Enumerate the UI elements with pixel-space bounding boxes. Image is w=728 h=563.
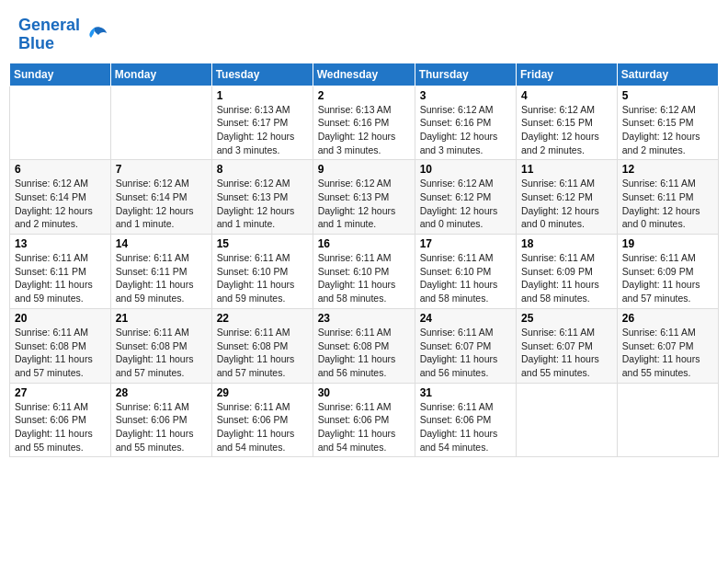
cell-info: Sunrise: 6:11 AMSunset: 6:10 PMDaylight:…: [217, 251, 308, 305]
day-number: 2: [318, 89, 410, 102]
calendar-cell: 30Sunrise: 6:11 AMSunset: 6:06 PMDayligh…: [313, 383, 415, 457]
calendar-cell: 31Sunrise: 6:11 AMSunset: 6:06 PMDayligh…: [415, 383, 516, 457]
cell-info: Sunrise: 6:11 AMSunset: 6:06 PMDaylight:…: [116, 400, 207, 454]
cell-info: Sunrise: 6:11 AMSunset: 6:09 PMDaylight:…: [622, 251, 713, 305]
cell-info: Sunrise: 6:11 AMSunset: 6:11 PMDaylight:…: [622, 177, 713, 231]
calendar-cell: 4Sunrise: 6:12 AMSunset: 6:15 PMDaylight…: [517, 86, 618, 160]
day-number: 6: [15, 163, 106, 176]
calendar-cell: 16Sunrise: 6:11 AMSunset: 6:10 PMDayligh…: [313, 235, 415, 309]
day-number: 15: [217, 237, 308, 250]
calendar-cell: 19Sunrise: 6:11 AMSunset: 6:09 PMDayligh…: [617, 235, 718, 309]
day-number: 10: [420, 163, 511, 176]
calendar-cell: [517, 383, 618, 457]
day-number: 9: [318, 163, 410, 176]
cell-info: Sunrise: 6:13 AMSunset: 6:17 PMDaylight:…: [217, 103, 308, 157]
day-number: 17: [420, 237, 511, 250]
calendar-cell: 5Sunrise: 6:12 AMSunset: 6:15 PMDaylight…: [617, 86, 718, 160]
calendar-cell: 2Sunrise: 6:13 AMSunset: 6:16 PMDaylight…: [313, 86, 415, 160]
cell-info: Sunrise: 6:12 AMSunset: 6:13 PMDaylight:…: [217, 177, 308, 231]
calendar-cell: 15Sunrise: 6:11 AMSunset: 6:10 PMDayligh…: [211, 235, 313, 309]
calendar-cell: 22Sunrise: 6:11 AMSunset: 6:08 PMDayligh…: [211, 308, 313, 383]
calendar-cell: 27Sunrise: 6:11 AMSunset: 6:06 PMDayligh…: [10, 383, 111, 457]
day-number: 27: [15, 386, 106, 399]
weekday-header: Wednesday: [313, 63, 415, 86]
cell-info: Sunrise: 6:11 AMSunset: 6:11 PMDaylight:…: [15, 251, 106, 305]
calendar-cell: 21Sunrise: 6:11 AMSunset: 6:08 PMDayligh…: [110, 308, 211, 383]
calendar-cell: 26Sunrise: 6:11 AMSunset: 6:07 PMDayligh…: [617, 308, 718, 383]
day-number: 30: [318, 386, 410, 399]
cell-info: Sunrise: 6:11 AMSunset: 6:07 PMDaylight:…: [521, 326, 612, 380]
cell-info: Sunrise: 6:12 AMSunset: 6:14 PMDaylight:…: [116, 177, 207, 231]
logo-bird-icon: [82, 24, 108, 46]
calendar-cell: [10, 86, 111, 160]
cell-info: Sunrise: 6:11 AMSunset: 6:07 PMDaylight:…: [420, 326, 511, 380]
day-number: 23: [318, 312, 410, 325]
calendar-cell: 12Sunrise: 6:11 AMSunset: 6:11 PMDayligh…: [617, 160, 718, 235]
day-number: 18: [521, 237, 612, 250]
calendar-cell: 23Sunrise: 6:11 AMSunset: 6:08 PMDayligh…: [313, 308, 415, 383]
cell-info: Sunrise: 6:11 AMSunset: 6:06 PMDaylight:…: [318, 400, 410, 454]
cell-info: Sunrise: 6:12 AMSunset: 6:12 PMDaylight:…: [420, 177, 511, 231]
cell-info: Sunrise: 6:11 AMSunset: 6:08 PMDaylight:…: [318, 326, 410, 380]
cell-info: Sunrise: 6:11 AMSunset: 6:11 PMDaylight:…: [116, 251, 207, 305]
cell-info: Sunrise: 6:11 AMSunset: 6:08 PMDaylight:…: [116, 326, 207, 380]
calendar-week-row: 13Sunrise: 6:11 AMSunset: 6:11 PMDayligh…: [10, 235, 719, 309]
day-number: 5: [622, 89, 713, 102]
calendar-week-row: 1Sunrise: 6:13 AMSunset: 6:17 PMDaylight…: [10, 86, 719, 160]
calendar-cell: 18Sunrise: 6:11 AMSunset: 6:09 PMDayligh…: [517, 235, 618, 309]
cell-info: Sunrise: 6:11 AMSunset: 6:09 PMDaylight:…: [521, 251, 612, 305]
cell-info: Sunrise: 6:11 AMSunset: 6:08 PMDaylight:…: [217, 326, 308, 380]
cell-info: Sunrise: 6:12 AMSunset: 6:15 PMDaylight:…: [622, 103, 713, 157]
weekday-header: Saturday: [617, 63, 718, 86]
weekday-header: Thursday: [415, 63, 516, 86]
weekday-header: Friday: [517, 63, 618, 86]
day-number: 26: [622, 312, 713, 325]
day-number: 1: [217, 89, 308, 102]
weekday-header: Sunday: [10, 63, 111, 86]
calendar-cell: 25Sunrise: 6:11 AMSunset: 6:07 PMDayligh…: [517, 308, 618, 383]
day-number: 8: [217, 163, 308, 176]
day-number: 24: [420, 312, 511, 325]
weekday-header-row: SundayMondayTuesdayWednesdayThursdayFrid…: [10, 63, 719, 86]
day-number: 29: [217, 386, 308, 399]
cell-info: Sunrise: 6:11 AMSunset: 6:06 PMDaylight:…: [217, 400, 308, 454]
day-number: 19: [622, 237, 713, 250]
calendar-week-row: 6Sunrise: 6:12 AMSunset: 6:14 PMDaylight…: [10, 160, 719, 235]
day-number: 22: [217, 312, 308, 325]
weekday-header: Monday: [110, 63, 211, 86]
calendar-cell: 11Sunrise: 6:11 AMSunset: 6:12 PMDayligh…: [517, 160, 618, 235]
day-number: 7: [116, 163, 207, 176]
day-number: 28: [116, 386, 207, 399]
calendar-cell: 24Sunrise: 6:11 AMSunset: 6:07 PMDayligh…: [415, 308, 516, 383]
calendar-cell: [110, 86, 211, 160]
cell-info: Sunrise: 6:12 AMSunset: 6:16 PMDaylight:…: [420, 103, 511, 157]
calendar-week-row: 27Sunrise: 6:11 AMSunset: 6:06 PMDayligh…: [10, 383, 719, 457]
calendar-cell: 20Sunrise: 6:11 AMSunset: 6:08 PMDayligh…: [10, 308, 111, 383]
page-header: General Blue: [9, 9, 719, 57]
calendar-cell: 6Sunrise: 6:12 AMSunset: 6:14 PMDaylight…: [10, 160, 111, 235]
day-number: 14: [116, 237, 207, 250]
weekday-header: Tuesday: [211, 63, 313, 86]
cell-info: Sunrise: 6:11 AMSunset: 6:12 PMDaylight:…: [521, 177, 612, 231]
day-number: 3: [420, 89, 511, 102]
day-number: 20: [15, 312, 106, 325]
day-number: 31: [420, 386, 511, 399]
cell-info: Sunrise: 6:11 AMSunset: 6:10 PMDaylight:…: [318, 251, 410, 305]
day-number: 21: [116, 312, 207, 325]
calendar-cell: 9Sunrise: 6:12 AMSunset: 6:13 PMDaylight…: [313, 160, 415, 235]
calendar-cell: 13Sunrise: 6:11 AMSunset: 6:11 PMDayligh…: [10, 235, 111, 309]
calendar-cell: 29Sunrise: 6:11 AMSunset: 6:06 PMDayligh…: [211, 383, 313, 457]
cell-info: Sunrise: 6:11 AMSunset: 6:08 PMDaylight:…: [15, 326, 106, 380]
cell-info: Sunrise: 6:11 AMSunset: 6:07 PMDaylight:…: [622, 326, 713, 380]
logo-text: General: [18, 17, 80, 35]
day-number: 13: [15, 237, 106, 250]
calendar-cell: 14Sunrise: 6:11 AMSunset: 6:11 PMDayligh…: [110, 235, 211, 309]
day-number: 11: [521, 163, 612, 176]
cell-info: Sunrise: 6:11 AMSunset: 6:10 PMDaylight:…: [420, 251, 511, 305]
calendar-cell: 7Sunrise: 6:12 AMSunset: 6:14 PMDaylight…: [110, 160, 211, 235]
day-number: 25: [521, 312, 612, 325]
calendar-cell: [617, 383, 718, 457]
cell-info: Sunrise: 6:12 AMSunset: 6:13 PMDaylight:…: [318, 177, 410, 231]
cell-info: Sunrise: 6:12 AMSunset: 6:15 PMDaylight:…: [521, 103, 612, 157]
day-number: 16: [318, 237, 410, 250]
